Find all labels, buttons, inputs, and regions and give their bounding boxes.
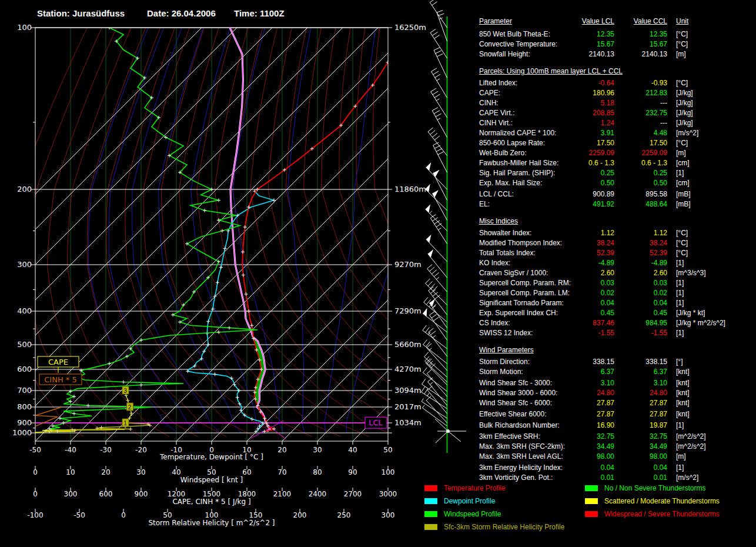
value-ccl: 0.6 - 1.3 <box>617 159 667 167</box>
altitude-label: 9270m <box>394 260 422 269</box>
table-row: Supercell Comp. Param. RM: 0.03 0.03 [1] <box>479 279 750 288</box>
unit-label: [1] <box>676 299 684 307</box>
table-row: Max. 3km SRH Level AGL: 98.00 98.00 [m] <box>479 452 750 462</box>
unit-label: [°C] <box>676 30 688 38</box>
altitude-label: 16250m <box>394 23 426 32</box>
srh-km-marker: 1 <box>122 419 129 426</box>
axis-tick-label: 2400 <box>309 490 327 498</box>
table-row: KO Index: -4.89 -4.89 [1] <box>479 259 750 268</box>
table-row: 3km Energy Helicity Index: 0.04 0.04 [1] <box>479 463 750 473</box>
param-label: Bulk Richardson Number: <box>479 421 560 429</box>
svg-text:2: 2 <box>128 404 132 411</box>
legend-severity-item: Widespread / Severe Thunderstorms <box>585 511 720 518</box>
axis-tick-label: 250 <box>337 511 351 519</box>
axis-tick-label: 200 <box>293 511 307 519</box>
table-row: CINH: 5.18 --- [J/kg] <box>479 99 750 108</box>
table-row: Wind Shear Sfc - 3000: 3.10 3.10 [knt] <box>479 379 750 388</box>
unit-label: [J/kg * m^2/s^2] <box>676 319 725 327</box>
section-title: Misc Indices <box>479 217 518 225</box>
value-lcl: 0.04 <box>550 463 614 472</box>
value-ccl: 0.50 <box>617 179 667 187</box>
table-row: 850 Wet Bulb Theta-E: 12.35 12.35 [°C] <box>479 30 750 39</box>
unit-label: [1] <box>676 259 684 267</box>
value-lcl: 3.10 <box>550 379 614 387</box>
unit-label: [m] <box>676 149 686 157</box>
unit-label: [°] <box>676 358 683 366</box>
axis-tick-label: 1800 <box>238 490 256 498</box>
param-label: Wind Shear Sfc - 3000: <box>479 379 552 387</box>
param-label: Normalized CAPE * 100: <box>479 129 556 137</box>
param-label: Wet-Bulb Zero: <box>479 149 526 157</box>
section-title: Wind Parameters <box>479 346 534 354</box>
surface-wind-symbol <box>435 419 466 443</box>
value-ccl: 338.15 <box>617 358 667 366</box>
unit-label: [1] <box>676 169 684 177</box>
value-lcl: 208.85 <box>550 109 614 117</box>
axis-tick-label: 20 <box>101 468 110 476</box>
param-label: CINH Virt.: <box>479 119 513 127</box>
table-row: CINH Virt.: 1.24 --- [J/kg] <box>479 119 750 128</box>
col-value-ccl: Value CCL <box>617 17 667 25</box>
value-lcl: 24.80 <box>550 389 614 397</box>
table-row: Storm Direction: 338.15 338.15 [°] <box>479 358 750 367</box>
value-lcl: 32.75 <box>550 432 614 441</box>
table-header: Parameter Value LCL Value CCL Unit <box>479 17 750 26</box>
legend-label: Windspeed Profile <box>444 510 501 518</box>
param-label: CINH: <box>479 99 499 107</box>
unit-label: [1] <box>676 463 684 472</box>
value-ccl: 0.45 <box>617 309 667 317</box>
axis-tick-label: -100 <box>27 511 43 519</box>
value-ccl: 15.67 <box>617 40 667 48</box>
legend-label: Widespread / Severe Thunderstorms <box>604 510 720 518</box>
axis-tick-label: 3000 <box>379 490 397 498</box>
table-row: Modified Thompson Index: 38.24 38.24 [°C… <box>479 239 750 248</box>
param-label: CS Index: <box>479 319 510 327</box>
value-lcl: 27.87 <box>550 410 614 418</box>
value-lcl: 27.87 <box>550 399 614 407</box>
unit-label: [1] <box>676 421 684 429</box>
table-row: Effective Shear 6000: 27.87 27.87 [knt] <box>479 410 750 419</box>
profiles <box>35 26 397 439</box>
axis-tick-label: -20 <box>135 446 147 454</box>
value-lcl: -0.64 <box>550 79 614 87</box>
pressure-label: 300 <box>17 260 32 269</box>
unit-label: [1] <box>676 279 684 287</box>
cape-label: CAPE <box>48 358 68 366</box>
value-ccl: 488.64 <box>617 200 667 208</box>
value-lcl: 180.96 <box>550 89 614 97</box>
axis-tick-label: 600 <box>99 490 113 498</box>
axis-tick-label: -40 <box>65 446 76 454</box>
value-lcl: 2259.09 <box>550 149 614 157</box>
value-ccl: 98.00 <box>617 452 667 461</box>
table-row: CS Index: 837.46 984.95 [J/kg * m^2/s^2] <box>479 319 750 328</box>
axis-tick-label: 0 <box>121 511 126 519</box>
legend-swatch <box>424 498 437 504</box>
param-label: Fawbush-Miller Hail Size: <box>479 159 558 167</box>
table-row: 3km Effective SRH: 32.75 32.75 [m^2/s^2] <box>479 432 750 442</box>
value-lcl: 0.45 <box>550 309 614 317</box>
value-ccl: 0.25 <box>617 169 667 177</box>
pressure-label: 800 <box>17 402 32 411</box>
axis-tick-label: 50 <box>383 446 392 454</box>
legend-swatch <box>585 485 598 491</box>
col-value-lcl: Value LCL <box>550 17 614 25</box>
unit-label: [J/kg] <box>676 99 693 107</box>
value-ccl: 17.50 <box>617 139 667 147</box>
table-row: CAPE Virt.: 208.85 232.75 [J/kg] <box>479 109 750 118</box>
value-lcl: 0.6 - 1.3 <box>550 159 614 167</box>
wind-gridlines <box>71 28 353 441</box>
unit-label: [1] <box>676 289 684 297</box>
axis-tick-label: 2100 <box>273 490 292 498</box>
lcl-label: LCL <box>369 418 383 427</box>
altitude-label: 7290m <box>394 306 422 315</box>
value-ccl: 19.87 <box>617 421 667 429</box>
srh-km-marker: 2 <box>127 403 133 411</box>
param-label: CAPE: <box>479 89 500 97</box>
unit-label: [mB] <box>676 190 691 198</box>
value-lcl: 17.50 <box>550 139 614 147</box>
param-label: Storm Motion: <box>479 368 523 376</box>
value-lcl: 0.04 <box>550 299 614 307</box>
axis-tick-label: 0 <box>33 490 38 498</box>
value-lcl: 0.02 <box>550 289 614 297</box>
srh-profile <box>46 391 150 431</box>
